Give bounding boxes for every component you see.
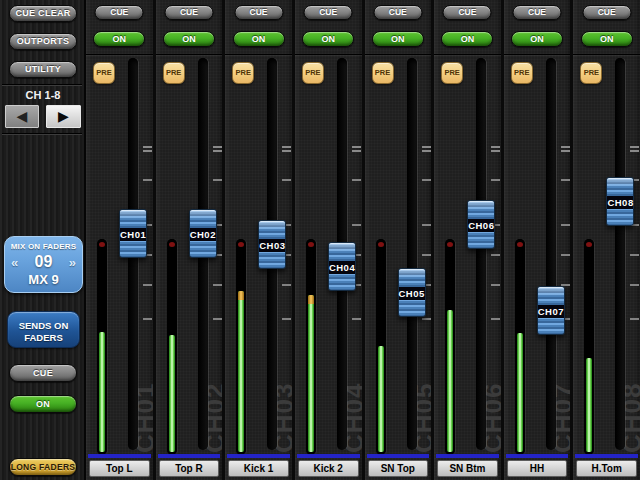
fader-scale-tick bbox=[143, 318, 152, 320]
mix-name: MX 9 bbox=[5, 272, 82, 287]
sidebar-divider bbox=[2, 84, 82, 85]
fader-track[interactable] bbox=[546, 58, 556, 450]
utility-button[interactable]: UTILITY bbox=[9, 61, 77, 78]
fader-handle[interactable]: CH07 bbox=[537, 286, 565, 335]
mix-on-faders-panel[interactable]: MIX ON FADERS « » 09 MX 9 bbox=[4, 236, 83, 293]
channel-name[interactable]: H.Tom bbox=[576, 460, 637, 477]
channel-on-button[interactable]: ON bbox=[581, 31, 633, 47]
fader-handle[interactable]: CH06 bbox=[467, 200, 495, 249]
channel-color-bar bbox=[436, 454, 499, 458]
fader-handle[interactable]: CH01 bbox=[119, 209, 147, 258]
sidebar-divider bbox=[2, 133, 82, 134]
channel-strip: CUE ON PRE CH02 CH02 Top R bbox=[153, 0, 223, 480]
fader-handle-label: CH04 bbox=[329, 261, 355, 274]
sends-on-faders-line1: SENDS ON bbox=[14, 320, 73, 332]
channel-name[interactable]: Kick 2 bbox=[298, 460, 359, 477]
fader-handle-label: CH05 bbox=[399, 287, 425, 300]
pre-badge[interactable]: PRE bbox=[372, 62, 394, 84]
clip-led-icon bbox=[517, 242, 523, 247]
fader-scale-tick bbox=[630, 254, 639, 256]
pre-badge[interactable]: PRE bbox=[580, 62, 602, 84]
channel-cue-button[interactable]: CUE bbox=[513, 5, 562, 20]
fader-handle-label: CH07 bbox=[538, 305, 564, 318]
channel-cue-button[interactable]: CUE bbox=[373, 5, 422, 20]
channel-on-button[interactable]: ON bbox=[302, 31, 354, 47]
channel-on-button[interactable]: ON bbox=[511, 31, 563, 47]
fader-scale-tick bbox=[422, 254, 431, 256]
channel-strip: CUE ON PRE CH01 CH01 Top L bbox=[86, 0, 153, 480]
level-meter-fill bbox=[586, 358, 592, 452]
channel-cue-button[interactable]: CUE bbox=[164, 5, 213, 20]
fader-scale-tick bbox=[561, 224, 570, 226]
fader-handle-label: CH06 bbox=[468, 219, 494, 232]
fader-scale-tick bbox=[282, 146, 291, 152]
pre-badge[interactable]: PRE bbox=[163, 62, 185, 84]
channel-cue-button[interactable]: CUE bbox=[582, 5, 631, 20]
channel-strip: CUE ON PRE CH03 CH03 Kick 1 bbox=[222, 0, 292, 480]
fader-scale-tick bbox=[422, 179, 431, 181]
right-arrow-icon: ▶ bbox=[58, 108, 69, 124]
previous-mix-icon[interactable]: « bbox=[11, 255, 18, 270]
pre-badge[interactable]: PRE bbox=[511, 62, 533, 84]
strip-divider bbox=[434, 54, 501, 55]
outports-button[interactable]: OUTPORTS bbox=[9, 33, 77, 50]
sends-on-faders-button[interactable]: SENDS ON FADERS bbox=[7, 311, 80, 348]
channel-cue-button[interactable]: CUE bbox=[443, 5, 492, 20]
fader-scale-tick bbox=[561, 146, 570, 152]
channel-name[interactable]: Kick 1 bbox=[228, 460, 289, 477]
level-meter-fill bbox=[517, 333, 523, 452]
channel-color-bar bbox=[297, 454, 360, 458]
fader-scale-tick bbox=[491, 179, 500, 181]
channel-on-button[interactable]: ON bbox=[93, 31, 145, 47]
fader-track[interactable] bbox=[615, 58, 625, 450]
long-faders-button[interactable]: LONG FADERS bbox=[9, 458, 77, 476]
channel-on-button[interactable]: ON bbox=[233, 31, 285, 47]
bank-previous-button[interactable]: ◀ bbox=[5, 105, 39, 128]
strip-divider bbox=[365, 54, 432, 55]
channel-bank-label: CH 1-8 bbox=[0, 89, 86, 101]
strip-divider bbox=[225, 54, 292, 55]
channel-on-button[interactable]: ON bbox=[163, 31, 215, 47]
level-meter-fill bbox=[99, 332, 105, 452]
fader-track[interactable] bbox=[476, 58, 486, 450]
bank-next-button[interactable]: ▶ bbox=[46, 105, 81, 128]
fader-handle[interactable]: CH03 bbox=[258, 220, 286, 269]
pre-badge[interactable]: PRE bbox=[232, 62, 254, 84]
channel-name[interactable]: SN Top bbox=[368, 460, 429, 477]
fader-scale-tick bbox=[143, 146, 152, 152]
channel-color-bar bbox=[367, 454, 430, 458]
fader-handle[interactable]: CH02 bbox=[189, 209, 217, 258]
channel-name[interactable]: Top L bbox=[89, 460, 150, 477]
fader-handle[interactable]: CH04 bbox=[328, 242, 356, 291]
channel-name[interactable]: HH bbox=[507, 460, 568, 477]
channel-cue-button[interactable]: CUE bbox=[304, 5, 353, 20]
channel-name[interactable]: SN Btm bbox=[437, 460, 498, 477]
channel-on-button[interactable]: ON bbox=[441, 31, 493, 47]
channel-on-button[interactable]: ON bbox=[372, 31, 424, 47]
cue-clear-button[interactable]: CUE CLEAR bbox=[9, 5, 77, 22]
channel-cue-button[interactable]: CUE bbox=[234, 5, 283, 20]
fader-scale-tick bbox=[561, 179, 570, 181]
fader-handle-label: CH02 bbox=[190, 228, 216, 241]
pre-badge[interactable]: PRE bbox=[302, 62, 324, 84]
channel-color-bar bbox=[88, 454, 151, 458]
sidebar-cue-button[interactable]: CUE bbox=[9, 364, 77, 382]
pre-badge[interactable]: PRE bbox=[93, 62, 115, 84]
fader-handle[interactable]: CH05 bbox=[398, 268, 426, 317]
fader-scale-tick bbox=[213, 179, 222, 181]
next-mix-icon[interactable]: » bbox=[69, 255, 76, 270]
channel-name[interactable]: Top R bbox=[159, 460, 220, 477]
mix-on-faders-title: MIX ON FADERS bbox=[5, 242, 82, 251]
fader-handle[interactable]: CH08 bbox=[606, 177, 634, 226]
fader-track[interactable] bbox=[407, 58, 417, 450]
sidebar-on-button[interactable]: ON bbox=[9, 395, 77, 413]
pre-badge[interactable]: PRE bbox=[441, 62, 463, 84]
channel-cue-button[interactable]: CUE bbox=[95, 5, 144, 20]
strip-divider bbox=[86, 54, 153, 55]
mixer-app: CUE CLEAR OUTPORTS UTILITY CH 1-8 ◀ ▶ MI… bbox=[0, 0, 640, 480]
channel-strip: CUE ON PRE CH05 CH05 SN Top bbox=[362, 0, 432, 480]
fader-scale-tick bbox=[561, 254, 570, 256]
fader-scale-tick bbox=[213, 318, 222, 320]
channel-strips: CUE ON PRE CH01 CH01 Top L CUE ON PRE CH… bbox=[86, 0, 640, 480]
clip-led-icon bbox=[378, 242, 384, 247]
